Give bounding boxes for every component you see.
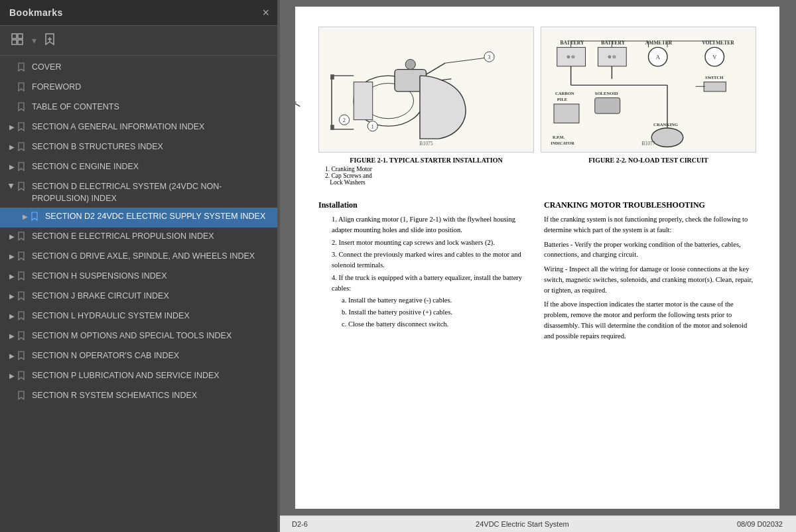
bookmark-flag-icon-sec-g [17,251,28,263]
bookmark-flag-icon-sec-e [17,231,28,243]
close-button[interactable]: × [262,7,269,19]
expand-all-button[interactable] [8,31,27,50]
bookmark-item-sec-j[interactable]: ▶SECTION J BRAKE CIRCUIT INDEX [0,287,279,307]
footer-left: D2-6 [292,520,308,528]
bookmark-label-sec-g: SECTION G DRIVE AXLE, SPINDLE, AND WHEEL… [32,251,273,263]
resize-handle[interactable] [277,0,280,532]
bookmark-arrow-sec-b: ▶ [7,141,17,152]
bookmark-flag-icon-foreword [17,82,28,94]
bookmark-flag-icon-sec-p [17,370,28,383]
svg-rect-3 [18,40,23,44]
svg-rect-0 [12,34,17,38]
bookmark-label-toc: TABLE OF CONTENTS [32,101,273,113]
bookmark-flag-icon-sec-l [17,310,28,323]
figure1-caption: FIGURE 2-1. TYPICAL STARTER INSTALLATION [318,157,534,164]
bookmark-arrow-sec-l: ▶ [7,310,17,321]
svg-rect-41 [554,103,579,123]
bookmark-label-sec-d: SECTION D ELECTRICAL SYSTEM (24VDC NON-P… [32,181,273,204]
bookmark-label-sec-b: SECTION B STRUCTURES INDEX [32,141,273,153]
svg-rect-10 [330,74,334,80]
bookmark-flag-icon-sec-a [17,121,28,134]
bookmarks-title: Bookmarks [9,7,63,18]
bookmarks-toolbar: ▾ [0,26,279,56]
bookmark-icon [44,33,55,46]
bookmark-flag-icon-sec-m [17,330,28,343]
bookmark-label-sec-d2: SECTION D2 24VDC ELECTRIC SUPPLY SYSTEM … [45,211,273,223]
main-content: ↖ [279,0,796,532]
bookmark-item-sec-d2[interactable]: ▶SECTION D2 24VDC ELECTRIC SUPPLY SYSTEM… [0,208,279,228]
pdf-page: ↖ [295,7,779,509]
footer-right: 08/09 D02032 [737,520,783,528]
bookmark-label-sec-p: SECTION P LUBRICATION AND SERVICE INDEX [32,370,273,382]
bookmark-item-sec-c[interactable]: ▶SECTION C ENGINE INDEX [0,158,279,178]
bookmark-item-sec-n[interactable]: ▶SECTION N OPERATOR'S CAB INDEX [0,347,279,367]
bookmark-label-cover: COVER [32,62,273,74]
bookmark-flag-icon-cover [17,62,28,74]
bookmark-label-sec-e: SECTION E ELECTRICAL PROPULSION INDEX [32,231,273,243]
bookmark-arrow-sec-m: ▶ [7,330,17,341]
bookmark-label-sec-h: SECTION H SUSPENSIONS INDEX [32,271,273,283]
bookmarks-header: Bookmarks × [0,0,279,26]
bookmarks-panel: Bookmarks × ▾ COVERFOREWORDTABLE OF CONT… [0,0,279,532]
bookmark-item-toc[interactable]: TABLE OF CONTENTS [0,98,279,118]
bookmark-arrow-sec-e: ▶ [7,231,17,241]
bookmark-item-sec-p[interactable]: ▶SECTION P LUBRICATION AND SERVICE INDEX [0,367,279,387]
bookmark-item-sec-e[interactable]: ▶SECTION E ELECTRICAL PROPULSION INDEX [0,228,279,247]
svg-text:⊕ ⊖: ⊕ ⊖ [608,54,617,59]
install-step-4: 4. If the truck is equipped with a batte… [332,273,531,294]
svg-text:2: 2 [343,117,346,123]
bookmark-item-sec-b[interactable]: ▶SECTION B STRUCTURES INDEX [0,138,279,158]
trouble-para-3: Wiring - Inspect all the wiring for dama… [544,264,756,295]
svg-point-13 [405,59,415,69]
svg-text:A: A [656,54,661,60]
bookmark-add-button[interactable] [42,31,58,50]
bookmark-label-sec-r: SECTION R SYSTEM SCHEMATICS INDEX [32,390,273,402]
installation-col: Installation 1. Align cranking motor (1,… [318,194,531,345]
figure1-image: 1 2 3 B1075 [318,27,534,153]
svg-rect-38 [704,82,726,91]
install-step-3: 3. Connect the previously marked wires a… [332,249,531,271]
circuit-svg: BATTERY BATTERY AMMETER VOLTMETER ⊕ ⊖ ⊕ [541,29,756,151]
bookmark-item-sec-l[interactable]: ▶SECTION L HYDRAULIC SYSTEM INDEX [0,307,279,327]
bookmark-flag-icon-toc [17,101,28,114]
bookmark-flag-icon-sec-r [17,390,28,403]
bookmark-flag-icon-sec-c [17,161,28,174]
bookmark-item-sec-a[interactable]: ▶SECTION A GENERAL INFORMATION INDEX [0,118,279,138]
bookmark-arrow-sec-d: ▶ [7,181,17,192]
svg-rect-1 [18,34,23,38]
bookmark-label-sec-c: SECTION C ENGINE INDEX [32,161,273,173]
svg-rect-11 [330,125,334,130]
bookmark-item-foreword[interactable]: FOREWORD [0,78,279,98]
svg-text:⊕ ⊖: ⊕ ⊖ [566,54,576,59]
bookmarks-list: COVERFOREWORDTABLE OF CONTENTS▶SECTION A… [0,56,279,532]
bookmark-label-sec-n: SECTION N OPERATOR'S CAB INDEX [32,350,273,362]
bookmark-item-sec-d[interactable]: ▶SECTION D ELECTRICAL SYSTEM (24VDC NON-… [0,178,279,208]
svg-text:AMMETER: AMMETER [645,39,673,45]
bookmark-arrow-sec-j: ▶ [7,291,17,301]
bookmark-item-sec-g[interactable]: ▶SECTION G DRIVE AXLE, SPINDLE, AND WHEE… [0,247,279,267]
footer-center: 24VDC Electric Start System [476,520,569,528]
install-step-4c: c. Close the battery disconnect switch. [342,319,531,330]
bookmark-item-cover[interactable]: COVER [0,58,279,78]
figure2-caption: FIGURE 2-2. NO-LOAD TEST CIRCUIT [541,157,756,164]
svg-rect-2 [12,40,17,44]
svg-text:VOLTMETER: VOLTMETER [702,39,734,45]
install-step-4b: b. Install the battery positive (+) cabl… [342,307,531,318]
starter-svg: 1 2 3 B1075 [319,29,533,151]
bookmark-flag-icon-sec-n [17,350,28,363]
troubleshooting-col: CRANKING MOTOR TROUBLESHOOTING If the cr… [544,194,756,345]
figure2-block: BATTERY BATTERY AMMETER VOLTMETER ⊕ ⊖ ⊕ [541,27,756,186]
trouble-para-2: Batteries - Verify the proper working co… [544,239,756,261]
installation-heading: Installation [318,200,531,210]
bookmark-item-sec-m[interactable]: ▶SECTION M OPTIONS AND SPECIAL TOOLS IND… [0,327,279,347]
bookmark-arrow-sec-g: ▶ [7,251,17,261]
bookmark-arrow-sec-d2: ▶ [20,211,31,222]
svg-rect-43 [595,98,620,113]
bookmark-label-foreword: FOREWORD [32,82,273,94]
bookmark-item-sec-h[interactable]: ▶SECTION H SUSPENSIONS INDEX [0,267,279,287]
bookmark-label-sec-m: SECTION M OPTIONS AND SPECIAL TOOLS INDE… [32,330,273,342]
svg-text:BATTERY: BATTERY [561,39,584,45]
svg-text:SWITCH: SWITCH [705,74,724,79]
svg-text:CRANKING: CRANKING [653,122,678,127]
bookmark-item-sec-r[interactable]: SECTION R SYSTEM SCHEMATICS INDEX [0,387,279,407]
